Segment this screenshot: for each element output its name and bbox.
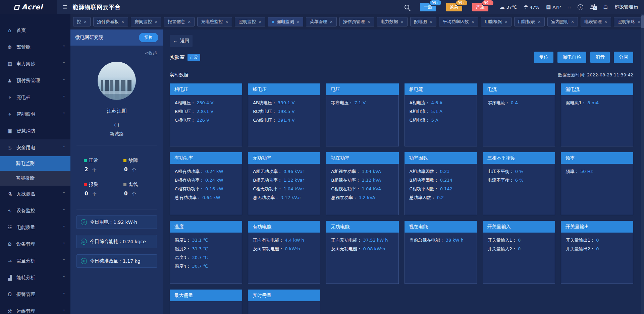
tab-close-icon[interactable]: ×: [571, 19, 574, 24]
action-button[interactable]: 漏电自检: [557, 52, 586, 63]
action-button[interactable]: 消音: [590, 52, 610, 63]
tab-close-icon[interactable]: ×: [538, 19, 541, 24]
tab-indoor-lighting[interactable]: 室内照明 ×: [547, 17, 578, 26]
today-carbon-icon: ©: [81, 258, 87, 264]
card-body: A相无功功率： 0.96 kVar B相无功功率： 1.12 kVar: [248, 164, 320, 215]
sidebar-item-ops-mgmt[interactable]: ⚒ 运维管理 ˅: [0, 303, 70, 314]
menu-toggle-icon[interactable]: ☰: [62, 4, 67, 10]
tab-close-icon[interactable]: ×: [637, 19, 641, 24]
card-title: 最大需量: [170, 290, 242, 301]
tab-close-icon[interactable]: ×: [187, 19, 191, 24]
sidebar-item-energy-analysis[interactable]: ▟ 能耗分析 ˅: [0, 269, 70, 286]
sidebar-item-home[interactable]: ⌂ 首页: [0, 22, 70, 39]
card-body: 零序电流： 0 A: [483, 95, 555, 146]
data-card: 频率 频率： 50 Hz: [561, 152, 633, 215]
metric-value: 31.3 ℃: [192, 246, 208, 251]
panel-divider: [76, 209, 157, 209]
sidebar-item-fire-safety[interactable]: ▣ 智慧消防: [0, 123, 70, 139]
sidebar-item-demand-analysis[interactable]: ⇝ 需量分析 ˅: [0, 253, 70, 269]
tab-close-icon[interactable]: ×: [329, 19, 333, 24]
action-button[interactable]: 复位: [534, 52, 553, 63]
card-metric: C相无功功率： 1.04 kVar: [253, 185, 315, 193]
tab-distribution-diagram[interactable]: 配电图 ×: [410, 17, 436, 26]
sidebar-item-meter-reading[interactable]: ▦ 电力集抄 ˅: [0, 56, 70, 72]
chevron-icon: ˅: [63, 112, 65, 117]
sidebar-item-label: 安全用电: [16, 145, 35, 151]
vertical-scrollbar[interactable]: [641, 14, 644, 314]
sidebar-item-prepaid[interactable]: ♟ 预付费管理 ˅: [0, 72, 70, 89]
tab-clipped[interactable]: 控 ×: [73, 17, 91, 26]
tab-close-icon[interactable]: ×: [400, 19, 404, 24]
action-button[interactable]: 分闸: [614, 52, 633, 63]
tab-close-icon[interactable]: ×: [504, 19, 508, 24]
tab-close-icon[interactable]: ×: [367, 19, 371, 24]
alarm-level-badge[interactable]: 严重 99+: [472, 3, 488, 11]
card-metric: C相有功功率： 0.16 kW: [175, 185, 237, 193]
tab-close-icon[interactable]: ×: [471, 19, 475, 24]
tab-lighting-monitor[interactable]: 照明监控 ×: [235, 17, 265, 26]
metric-label: 反向有功电能：: [253, 246, 283, 251]
metric-value: 37.52 kW·h: [363, 238, 388, 243]
back-button[interactable]: ← 返回: [170, 35, 193, 47]
tab-avg-power-factor[interactable]: 平均功率因数 ×: [439, 17, 478, 26]
tab-close-icon[interactable]: ×: [296, 19, 300, 24]
tab-power-data[interactable]: 电力数据 ×: [377, 17, 408, 26]
sidebar-subitem-leakage-monitor[interactable]: 漏电监测: [0, 156, 70, 171]
tab-charging-monitor[interactable]: 充电桩监控 ×: [197, 17, 232, 26]
help-button[interactable]: ?: [578, 4, 583, 10]
chevron-icon: ˅: [63, 192, 65, 197]
sidebar-item-device-monitor[interactable]: ∿ 设备监控 ˅: [0, 202, 70, 219]
tab-menu-mgmt[interactable]: 菜单管理 ×: [306, 17, 336, 26]
metric-label: 开关量输入2：: [488, 246, 517, 251]
scrollbar-thumb[interactable]: [641, 15, 644, 28]
card-body: 当前总视在电能： 38 kW·h: [405, 233, 477, 284]
tab-energy-report[interactable]: 用能报表 ×: [514, 17, 545, 26]
card-title: 功率因数: [405, 152, 477, 164]
sidebar-subitem-smart-breaker[interactable]: 智能微断: [0, 171, 70, 186]
tab-close-icon[interactable]: ×: [604, 19, 607, 24]
status-unit: 个: [132, 167, 136, 172]
chevron-icon: ˅: [63, 62, 65, 67]
current-user[interactable]: 超级管理员: [614, 4, 638, 10]
tab-close-icon[interactable]: ×: [225, 19, 228, 24]
metric-label: 总视在功率：: [331, 195, 357, 200]
switch-site-button[interactable]: 切换: [139, 33, 158, 42]
sidebar-item-power-quality[interactable]: ☳ 电能质量 ˅: [0, 219, 70, 236]
sidebar-item-charging-pile[interactable]: ⚡ 充电桩 ˅: [0, 89, 70, 106]
tab-energy-overview[interactable]: 用能概况 ×: [481, 17, 512, 26]
sidebar-item-smart-lighting[interactable]: ⌖ 智能照明 ˅: [0, 106, 70, 123]
collapse-panel-link[interactable]: <收起: [70, 46, 163, 56]
metric-label: B相视在功率：: [331, 178, 360, 183]
card-body: 正向有功电能： 4.4 kW·h 反向有功电能： 0 kW·h: [248, 233, 320, 284]
alarm-level-badge[interactable]: 紧急 99+: [446, 3, 462, 11]
tab-close-icon[interactable]: ×: [84, 19, 87, 24]
sidebar-item-wireless-temp[interactable]: ⚗ 无线测温 ˅: [0, 186, 70, 202]
app-qr-button[interactable]: ▦ APP: [546, 4, 561, 10]
tab-label: 用能报表: [518, 19, 535, 25]
data-card: 最大需量: [170, 290, 242, 314]
sidebar-item-device-mgmt[interactable]: ⚙ 设备管理 ˅: [0, 236, 70, 253]
sidebar-item-safe-electricity[interactable]: ♨ 安全用电 ˄: [0, 139, 70, 156]
tab-close-icon[interactable]: ×: [154, 19, 158, 24]
tab-close-icon[interactable]: ×: [258, 19, 262, 24]
sidebar-item-cockpit[interactable]: ☸ 驾驶舱 ˅: [0, 39, 70, 56]
search-icon[interactable]: [405, 5, 409, 9]
tab-alarm-info[interactable]: 报警信息 ×: [164, 17, 195, 26]
theme-button[interactable]: ☖: [603, 4, 608, 10]
tab-operator-mgmt[interactable]: 操作员管理 ×: [339, 17, 374, 26]
tab-lighting-strategy[interactable]: 照明策略 ×: [614, 17, 644, 26]
language-button[interactable]: 中 A: [590, 4, 597, 10]
tab-room-monitor[interactable]: 房间监控 ×: [131, 17, 161, 26]
app-title: 能源物联网云平台: [72, 3, 121, 11]
tab-meter-mgmt[interactable]: 电表管理 ×: [581, 17, 611, 26]
fullscreen-button[interactable]: ∷: [568, 4, 571, 10]
alarm-level-badge[interactable]: 一般 99+: [420, 3, 436, 11]
content-divider: [170, 66, 633, 66]
device-sub-label: ( ): [70, 122, 163, 128]
data-card: 三相不平衡度 电压不平衡： 0 %: [483, 152, 555, 215]
tab-leakage-monitor[interactable]: 漏电监测 ×: [268, 17, 303, 26]
tab-prepaid-board[interactable]: 预付费看板 ×: [93, 17, 128, 26]
tab-close-icon[interactable]: ×: [121, 19, 124, 24]
sidebar-item-alarm-mgmt[interactable]: Ω 报警管理 ˅: [0, 286, 70, 303]
tab-close-icon[interactable]: ×: [429, 19, 433, 24]
